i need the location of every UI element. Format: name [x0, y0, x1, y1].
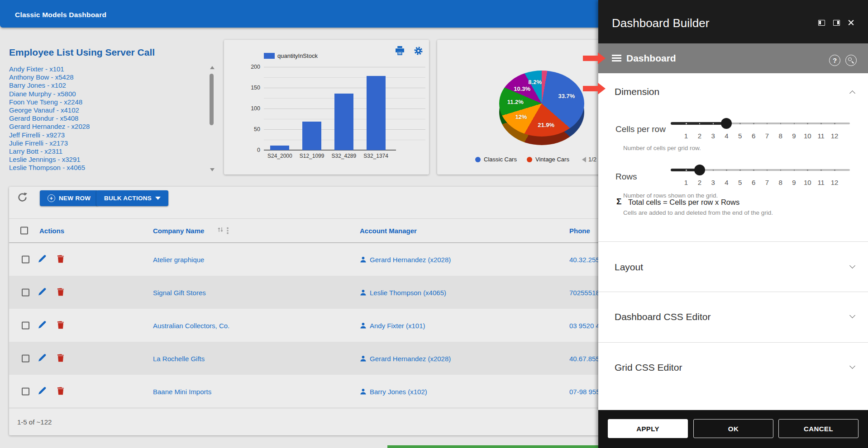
legend-item[interactable]: Classic Cars [475, 156, 517, 163]
chevron-down-icon[interactable] [849, 363, 855, 369]
employee-item[interactable]: Barry Jones - x102 [9, 81, 204, 90]
close-icon[interactable] [847, 19, 855, 27]
tick-number[interactable]: 8 [774, 179, 787, 186]
chevron-down-icon[interactable] [849, 312, 855, 318]
bar-S32_1374[interactable] [367, 76, 386, 150]
column-header-phone[interactable]: Phone [569, 227, 590, 235]
section-title-grid-css-editor[interactable]: Grid CSS Editor [615, 362, 682, 373]
manager-link[interactable]: Barry Jones (x102) [360, 387, 427, 395]
tick-number[interactable]: 11 [814, 179, 828, 186]
company-link[interactable]: Australian Collectors, Co. [153, 321, 229, 329]
tick-number[interactable]: 12 [828, 179, 841, 186]
scrollbar-thumb[interactable] [210, 74, 214, 125]
tick-number[interactable]: 4 [720, 132, 733, 140]
company-link[interactable]: Baane Mini Imports [153, 387, 211, 395]
tick-number[interactable]: 6 [747, 132, 760, 140]
company-link[interactable]: Signal Gift Stores [153, 288, 206, 296]
cells-per-row-handle[interactable] [721, 118, 732, 129]
edit-icon[interactable] [38, 288, 46, 297]
tick-number[interactable]: 3 [706, 132, 720, 140]
tick-number[interactable]: 4 [720, 179, 733, 186]
cancel-button[interactable]: CANCEL [778, 419, 858, 438]
tick-number[interactable]: 2 [693, 132, 706, 140]
sort-icon[interactable] [217, 226, 224, 235]
horizontal-scrollbar-thumb[interactable] [387, 445, 601, 448]
edit-icon[interactable] [38, 321, 46, 330]
rows-handle[interactable] [694, 165, 705, 175]
inspect-icon[interactable] [845, 55, 857, 66]
employee-item[interactable]: Gerard Hernandez - x2028 [9, 123, 204, 131]
ok-button[interactable]: OK [693, 419, 773, 438]
tick-number[interactable]: 5 [733, 132, 747, 140]
manager-link[interactable]: Gerard Hernandez (x2028) [360, 256, 451, 264]
employee-item[interactable]: Leslie Jennings - x3291 [9, 156, 204, 164]
tick-number[interactable]: 10 [801, 179, 814, 186]
section-title-dashboard-css-editor[interactable]: Dashboard CSS Editor [615, 311, 711, 322]
manager-link[interactable]: Gerard Hernandez (x2028) [360, 354, 451, 362]
dock-left-icon[interactable] [818, 20, 825, 26]
tick-number[interactable]: 8 [774, 132, 787, 140]
tick-number[interactable]: 5 [733, 179, 747, 186]
edit-icon[interactable] [38, 255, 46, 264]
column-header-company[interactable]: Company Name [153, 227, 204, 235]
column-header-actions[interactable]: Actions [39, 227, 64, 235]
tick-number[interactable]: 7 [760, 132, 774, 140]
delete-icon[interactable] [57, 354, 64, 363]
employee-item[interactable]: Andy Fixter - x101 [9, 65, 204, 73]
tick-number[interactable]: 2 [693, 179, 706, 186]
employee-item[interactable]: Foon Yue Tseng - x2248 [9, 98, 204, 106]
tick-number[interactable]: 3 [706, 179, 720, 186]
employee-item[interactable]: Leslie Thompson - x4065 [9, 164, 204, 172]
dock-right-icon[interactable] [833, 20, 840, 26]
help-icon[interactable]: ? [829, 55, 840, 66]
tick-number[interactable]: 1 [679, 132, 693, 140]
employee-item[interactable]: Jeff Firrelli - x9273 [9, 131, 204, 139]
row-checkbox[interactable] [22, 288, 29, 296]
bar-S12_1099[interactable] [302, 122, 321, 150]
tick-number[interactable]: 10 [801, 132, 814, 140]
hamburger-icon[interactable] [612, 55, 621, 63]
scroll-up-icon[interactable] [210, 66, 215, 69]
tick-number[interactable]: 9 [787, 132, 801, 140]
chevron-down-icon[interactable] [849, 263, 855, 269]
delete-icon[interactable] [57, 321, 64, 330]
legend-prev-icon[interactable] [582, 157, 586, 162]
company-link[interactable]: La Rochelle Gifts [153, 354, 205, 362]
delete-icon[interactable] [57, 387, 64, 396]
bar-S32_4289[interactable] [334, 94, 353, 150]
row-checkbox[interactable] [22, 321, 29, 329]
gear-icon[interactable] [414, 46, 423, 57]
print-icon[interactable] [395, 46, 405, 57]
apply-button[interactable]: APPLY [608, 419, 688, 438]
section-title-layout[interactable]: Layout [615, 262, 643, 273]
column-menu-icon[interactable] [227, 226, 229, 235]
pie-legend-pager[interactable]: 1/2 [582, 156, 596, 163]
bar-S24_2000[interactable] [270, 146, 289, 150]
employee-item[interactable]: Larry Bott - x2311 [9, 147, 204, 156]
manager-link[interactable]: Leslie Thompson (x4065) [360, 288, 446, 296]
edit-icon[interactable] [38, 354, 46, 363]
row-checkbox[interactable] [22, 354, 29, 362]
new-row-button[interactable]: + NEW ROW [40, 190, 98, 206]
edit-icon[interactable] [38, 387, 46, 396]
manager-link[interactable]: Andy Fixter (x101) [360, 321, 425, 329]
delete-icon[interactable] [57, 255, 64, 264]
tick-number[interactable]: 1 [679, 179, 693, 186]
row-checkbox[interactable] [22, 387, 29, 395]
bulk-actions-button[interactable]: BULK ACTIONS [96, 190, 168, 206]
tick-number[interactable]: 12 [828, 132, 841, 140]
select-all-checkbox[interactable] [20, 227, 28, 235]
employee-item[interactable]: Gerard Bondur - x5408 [9, 114, 204, 123]
column-header-manager[interactable]: Account Manager [360, 227, 417, 235]
employee-item[interactable]: Anthony Bow - x5428 [9, 73, 204, 81]
company-link[interactable]: Atelier graphique [153, 256, 204, 264]
tick-number[interactable]: 9 [787, 179, 801, 186]
employee-scrollbar[interactable] [209, 65, 215, 172]
employee-item[interactable]: George Vanauf - x4102 [9, 106, 204, 114]
employee-item[interactable]: Diane Murphy - x5800 [9, 90, 204, 98]
refresh-icon[interactable] [17, 192, 28, 204]
delete-icon[interactable] [57, 288, 64, 297]
employee-item[interactable]: Julie Firrelli - x2173 [9, 139, 204, 147]
tick-number[interactable]: 7 [760, 179, 774, 186]
builder-menu-label[interactable]: Dashboard [626, 53, 676, 64]
